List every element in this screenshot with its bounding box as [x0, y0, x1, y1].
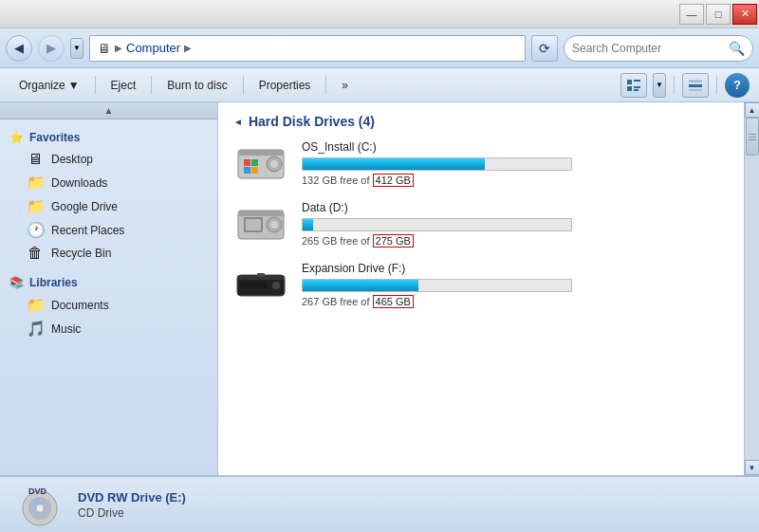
drive-name-c: OS_Install (C:) — [302, 140, 729, 154]
sidebar-item-label: Recent Places — [51, 224, 124, 237]
svg-rect-13 — [251, 159, 258, 166]
drive-bar-container-d — [302, 218, 572, 231]
drive-info-c: OS_Install (C:) 132 GB free of 412 GB — [302, 140, 729, 186]
drive-space-d: 265 GB free of 275 GB — [302, 235, 729, 247]
sidebar-item-label: Music — [51, 322, 81, 336]
right-scrollbar: ▲ ▼ — [744, 102, 759, 475]
drive-bar-c — [303, 158, 485, 170]
address-path[interactable]: 🖥 ▶ Computer ▶ — [89, 35, 526, 62]
content-scroll: Hard Disk Drives (4) — [218, 102, 744, 475]
sidebar-item-desktop[interactable]: 🖥 Desktop — [0, 148, 217, 171]
forward-button[interactable]: ▶ — [38, 35, 65, 62]
sidebar-divider-1 — [0, 265, 217, 272]
bottom-panel: DVD DVD RW Drive (E:) CD Drive — [0, 475, 759, 532]
drive-info-d: Data (D:) 265 GB free of 275 GB — [302, 201, 729, 247]
drive-item-f[interactable]: Expansion Drive (F:) 267 GB free of 465 … — [233, 262, 729, 307]
view-dropdown-button[interactable]: ▼ — [653, 73, 666, 98]
grip-line-3 — [749, 139, 756, 140]
help-button[interactable]: ? — [725, 73, 750, 98]
toolbar: Organize ▼ Eject Burn to disc Properties… — [0, 68, 759, 102]
scrollbar-up-button[interactable]: ▲ — [745, 102, 760, 118]
svg-rect-12 — [244, 159, 250, 166]
svg-rect-17 — [238, 211, 284, 216]
recentplaces-icon: 🕐 — [27, 221, 44, 239]
svg-rect-5 — [689, 80, 702, 83]
sidebar-item-recentplaces[interactable]: 🕐 Recent Places — [0, 218, 217, 242]
svg-rect-14 — [244, 167, 250, 174]
svg-point-19 — [270, 221, 278, 229]
scrollbar-thumb-grip — [747, 119, 758, 155]
drive-bar-container-c — [302, 157, 572, 171]
search-box[interactable]: 🔍 — [564, 35, 753, 62]
dvd-drive-name: DVD RW Drive (E:) — [78, 490, 186, 504]
main-layout: ▲ ⭐ Favorites 🖥 Desktop 📁 Downloads 📁 Go… — [0, 102, 759, 475]
googledrive-icon: 📁 — [27, 197, 44, 215]
sidebar-item-documents[interactable]: 📁 Documents — [0, 293, 217, 317]
nav-dropdown-button[interactable]: ▼ — [70, 38, 83, 59]
toolbar-separator-6 — [716, 76, 717, 95]
sidebar-item-recyclebin[interactable]: 🗑 Recycle Bin — [0, 242, 217, 265]
svg-point-11 — [270, 160, 278, 168]
svg-rect-6 — [689, 84, 702, 87]
toolbar-right: ▼ ? — [620, 73, 750, 98]
desktop-icon: 🖥 — [27, 151, 44, 168]
scrollbar-down-button[interactable]: ▼ — [745, 460, 760, 475]
maximize-button[interactable]: □ — [706, 4, 731, 25]
grip-line-1 — [749, 134, 756, 135]
minimize-button[interactable]: — — [679, 4, 704, 25]
sidebar-item-label: Downloads — [51, 176, 107, 190]
layout-button[interactable] — [682, 73, 709, 98]
svg-point-29 — [36, 504, 44, 512]
close-button[interactable]: ✕ — [732, 4, 757, 25]
svg-point-24 — [272, 282, 280, 289]
sidebar-scroll-up[interactable]: ▲ — [0, 102, 217, 119]
svg-rect-0 — [627, 80, 632, 84]
libraries-label: Libraries — [29, 276, 78, 289]
drive-icon-d — [233, 201, 288, 247]
recyclebin-icon: 🗑 — [27, 245, 44, 262]
drive-space-c: 132 GB free of 412 GB — [302, 174, 729, 186]
scrollbar-thumb[interactable] — [746, 118, 759, 156]
drive-item-c[interactable]: OS_Install (C:) 132 GB free of 412 GB — [233, 140, 729, 186]
sidebar-item-googledrive[interactable]: 📁 Google Drive — [0, 194, 217, 218]
drive-name-d: Data (D:) — [302, 201, 729, 214]
drive-item-d[interactable]: Data (D:) 265 GB free of 275 GB — [233, 201, 729, 247]
title-bar: — □ ✕ — [0, 0, 759, 28]
drive-bar-d — [303, 219, 313, 230]
toolbar-separator-3 — [243, 76, 244, 95]
properties-button[interactable]: Properties — [250, 73, 321, 98]
toolbar-separator-5 — [674, 76, 675, 95]
svg-rect-15 — [251, 167, 258, 174]
refresh-button[interactable]: ⟳ — [531, 35, 558, 62]
view-button[interactable] — [620, 73, 647, 98]
drive-space-f: 267 GB free of 465 GB — [302, 296, 729, 307]
eject-button[interactable]: Eject — [102, 73, 146, 98]
organize-button[interactable]: Organize ▼ — [9, 73, 89, 98]
section-title: Hard Disk Drives (4) — [233, 114, 729, 129]
window-controls: — □ ✕ — [679, 4, 757, 25]
search-submit-button[interactable]: 🔍 — [729, 41, 745, 56]
burn-button[interactable]: Burn to disc — [157, 73, 236, 98]
libraries-icon: 📚 — [9, 276, 24, 289]
back-button[interactable]: ◀ — [6, 35, 32, 62]
sidebar-item-label: Documents — [51, 299, 109, 312]
organize-label: Organize — [19, 79, 65, 92]
grip-line-2 — [749, 137, 756, 138]
dvd-drive-icon: DVD — [15, 480, 65, 529]
toolbar-separator-4 — [325, 76, 326, 95]
dvd-drive-type: CD Drive — [78, 506, 186, 520]
toolbar-separator-1 — [95, 76, 96, 95]
search-input[interactable] — [572, 42, 725, 55]
path-label: Computer — [126, 41, 180, 55]
path-end-arrow: ▶ — [184, 43, 192, 53]
sidebar-item-music[interactable]: 🎵 Music — [0, 317, 217, 340]
toolbar-separator-2 — [151, 76, 152, 95]
computer-icon: 🖥 — [98, 41, 111, 56]
sidebar-item-downloads[interactable]: 📁 Downloads — [0, 171, 217, 194]
more-button[interactable]: » — [332, 73, 358, 98]
sidebar-item-label: Recycle Bin — [51, 247, 111, 260]
svg-rect-21 — [246, 219, 261, 230]
favorites-star-icon: ⭐ — [9, 131, 24, 144]
scrollbar-track — [745, 118, 760, 460]
sidebar-content: ⭐ Favorites 🖥 Desktop 📁 Downloads 📁 Goog… — [0, 119, 217, 348]
